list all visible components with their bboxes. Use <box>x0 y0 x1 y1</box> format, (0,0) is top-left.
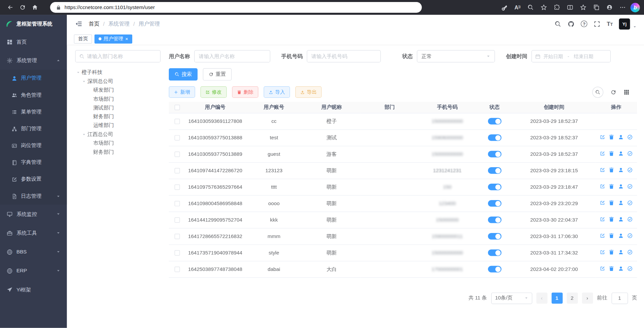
add-button[interactable]: 新增 <box>169 86 195 98</box>
sidebar-item-dictionary[interactable]: 字典管理 <box>0 154 67 171</box>
tree-node-dept[interactable]: 研发部门 <box>75 86 161 95</box>
page-2-button[interactable]: 2 <box>566 292 578 303</box>
status-toggle[interactable] <box>488 266 501 273</box>
reset-password-icon[interactable] <box>618 167 624 173</box>
tree-node-dept[interactable]: 财务部门 <box>75 112 161 121</box>
assign-role-icon[interactable] <box>627 217 633 222</box>
row-checkbox[interactable] <box>175 267 180 272</box>
date-range-picker[interactable]: 开始日期 - 结束日期 <box>532 50 611 62</box>
sidebar-item-posts[interactable]: 岗位管理 <box>0 137 67 154</box>
assign-role-icon[interactable] <box>627 249 633 255</box>
department-search-input[interactable] <box>87 53 156 59</box>
read-aloud-icon[interactable]: A)) <box>512 2 523 13</box>
breadcrumb-users[interactable]: 用户管理 <box>139 20 160 28</box>
import-button[interactable]: 导入 <box>264 86 290 98</box>
status-toggle[interactable] <box>488 167 501 174</box>
delete-icon[interactable] <box>609 233 614 239</box>
tree-node-branch[interactable]: 江西总公司 <box>75 130 161 139</box>
columns-icon[interactable] <box>624 89 630 95</box>
status-toggle[interactable] <box>488 217 501 223</box>
page-size-select[interactable]: 10条/页 <box>491 292 532 304</box>
edit-button[interactable]: 修改 <box>200 86 227 98</box>
delete-button[interactable]: 删除 <box>232 86 258 98</box>
address-bar[interactable]: https://ccnetcore.com:1101/system/user <box>50 2 422 13</box>
assign-role-icon[interactable] <box>627 134 633 140</box>
github-icon[interactable] <box>568 20 575 28</box>
reset-password-icon[interactable] <box>618 217 624 222</box>
reset-password-icon[interactable] <box>618 151 624 156</box>
status-toggle[interactable] <box>488 184 501 190</box>
status-toggle[interactable] <box>488 233 501 240</box>
page-1-button[interactable]: 1 <box>551 292 562 303</box>
edit-icon[interactable] <box>599 151 605 156</box>
select-all-checkbox[interactable] <box>175 105 180 110</box>
sidebar-item-parameters[interactable]: 参数设置 <box>0 171 67 188</box>
status-toggle[interactable] <box>488 200 501 207</box>
reset-password-icon[interactable] <box>618 266 624 272</box>
sidebar-item-departments[interactable]: 部门管理 <box>0 121 67 137</box>
row-checkbox[interactable] <box>175 185 180 190</box>
delete-icon[interactable] <box>609 134 614 140</box>
row-checkbox[interactable] <box>175 168 180 174</box>
status-toggle[interactable] <box>488 151 501 157</box>
assign-role-icon[interactable] <box>627 184 633 189</box>
status-toggle[interactable] <box>488 134 501 141</box>
breadcrumb-home[interactable]: 首页 <box>89 20 99 28</box>
tree-node-dept[interactable]: 测试部门 <box>75 103 161 112</box>
user-avatar[interactable]: Yj <box>619 18 630 29</box>
tree-node-dept[interactable]: 财务部门 <box>75 148 161 156</box>
reset-password-icon[interactable] <box>618 184 624 189</box>
sidebar-item-yi-framework[interactable]: Yi框架 <box>0 280 67 299</box>
edit-icon[interactable] <box>599 134 605 140</box>
collections-icon[interactable] <box>591 2 602 13</box>
tree-node-dept[interactable]: 运维部门 <box>75 121 161 130</box>
browser-more-icon[interactable] <box>617 2 628 13</box>
sidebar-item-tools[interactable]: 系统工具 <box>0 224 67 242</box>
edit-icon[interactable] <box>599 184 605 189</box>
prev-page-button[interactable]: ‹ <box>536 292 547 303</box>
assign-role-icon[interactable] <box>627 266 633 272</box>
browser-refresh-icon[interactable] <box>16 2 29 13</box>
sidebar-item-roles[interactable]: 角色管理 <box>0 87 67 103</box>
sidebar-item-menus[interactable]: 菜单管理 <box>0 103 67 120</box>
phone-input[interactable] <box>307 50 381 62</box>
toggle-search-icon[interactable] <box>592 87 603 98</box>
sidebar-item-users[interactable]: 用户管理 <box>0 70 67 87</box>
sidebar-item-system[interactable]: 系统管理 <box>0 51 67 70</box>
delete-icon[interactable] <box>609 167 614 173</box>
breadcrumb-system[interactable]: 系统管理 <box>108 20 130 28</box>
favorites-bar-icon[interactable] <box>578 2 589 13</box>
search-button[interactable]: 搜索 <box>169 68 198 81</box>
extensions-icon[interactable] <box>552 2 562 13</box>
browser-profile-avatar[interactable] <box>604 2 615 13</box>
reset-button[interactable]: 重置 <box>203 68 232 81</box>
delete-icon[interactable] <box>609 249 614 255</box>
row-checkbox[interactable] <box>175 201 180 206</box>
assign-role-icon[interactable] <box>627 167 633 173</box>
browser-home-icon[interactable] <box>29 2 41 13</box>
status-select[interactable]: 正常 <box>417 50 495 62</box>
status-toggle[interactable] <box>488 118 501 125</box>
assign-role-icon[interactable] <box>627 200 633 206</box>
row-checkbox[interactable] <box>175 250 180 255</box>
reset-password-icon[interactable] <box>618 200 624 206</box>
delete-icon[interactable] <box>609 200 614 206</box>
row-checkbox[interactable] <box>175 135 180 141</box>
edit-icon[interactable] <box>599 266 605 272</box>
assign-role-icon[interactable] <box>627 151 633 156</box>
font-size-icon[interactable]: TT <box>607 20 613 27</box>
edit-icon[interactable] <box>599 167 605 173</box>
zoom-icon[interactable] <box>525 2 536 13</box>
tree-node-company[interactable]: 橙子科技 <box>75 68 161 77</box>
help-icon[interactable]: ? <box>581 20 588 27</box>
tab-close-icon[interactable]: × <box>125 36 128 41</box>
tree-node-dept[interactable]: 市场部门 <box>75 95 161 103</box>
row-checkbox[interactable] <box>175 152 180 157</box>
export-button[interactable]: 导出 <box>295 86 321 98</box>
sidebar-item-erp[interactable]: ERP <box>0 261 67 280</box>
assign-role-icon[interactable] <box>627 233 633 239</box>
tab-home[interactable]: 首页 <box>74 34 92 43</box>
add-favorite-icon[interactable] <box>538 2 549 13</box>
edit-icon[interactable] <box>599 217 605 222</box>
row-checkbox[interactable] <box>175 218 180 223</box>
